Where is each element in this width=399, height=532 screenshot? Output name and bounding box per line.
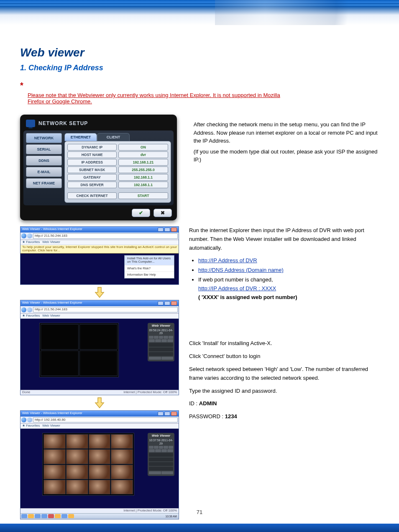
layout-button[interactable] (164, 446, 168, 449)
video-cell[interactable] (66, 434, 88, 449)
control-button[interactable] (155, 339, 161, 342)
button-start-check[interactable]: START (118, 192, 168, 199)
back-icon[interactable] (21, 417, 26, 422)
control-button[interactable] (149, 339, 155, 342)
section-title: Web viewer (20, 46, 379, 59)
favorites-tab[interactable]: Web Viewer (42, 424, 60, 428)
address-bar[interactable]: http:// 211.50.244.183 (33, 233, 178, 239)
slider[interactable] (149, 348, 173, 351)
connect-button[interactable] (149, 471, 161, 474)
video-cell[interactable] (66, 449, 88, 464)
close-icon[interactable] (171, 412, 177, 416)
back-icon[interactable] (21, 233, 26, 238)
layout-button[interactable] (169, 446, 173, 449)
tab-netframe[interactable]: NET FRAME (26, 178, 62, 188)
ctx-install[interactable]: Install This Add-on for All Users on Thi… (125, 256, 174, 266)
value-ip-address[interactable]: 192.168.1.21 (118, 159, 168, 166)
subtab-ethernet[interactable]: ETHERNET (64, 133, 97, 141)
instructions-column: Run the internet Explorer then input the… (189, 226, 379, 425)
value-subnet-mask[interactable]: 255.255.255.0 (118, 166, 168, 173)
video-cell[interactable] (43, 434, 66, 449)
tab-serial[interactable]: SERIAL (26, 144, 62, 154)
slider[interactable] (149, 458, 173, 461)
maximize-icon[interactable] (164, 301, 170, 305)
login-field[interactable] (149, 467, 173, 471)
ok-button[interactable]: ✔ (132, 209, 150, 217)
ctx-help[interactable]: Information Bar Help (125, 272, 174, 278)
favorites-label[interactable]: ★ Favorites (22, 314, 40, 318)
video-cell[interactable] (111, 465, 133, 479)
video-cell[interactable] (111, 480, 133, 494)
subtab-client[interactable]: CLIENT (97, 133, 130, 141)
fig1-caption-text: After checking the network menu in the s… (194, 120, 379, 145)
close-icon[interactable] (171, 228, 177, 232)
video-cell[interactable] (111, 449, 133, 464)
favorites-tab[interactable]: Web Viewer (42, 240, 60, 244)
video-cell[interactable] (43, 449, 66, 464)
video-cell[interactable] (89, 434, 111, 449)
video-cell[interactable] (43, 465, 66, 479)
layout-button[interactable] (164, 336, 168, 339)
video-cell[interactable] (89, 480, 111, 494)
minimize-icon[interactable] (158, 412, 164, 416)
slider[interactable] (149, 343, 173, 347)
video-cell[interactable] (79, 350, 118, 376)
maximize-icon[interactable] (164, 228, 170, 232)
information-bar[interactable]: To help protect your security, Internet … (20, 245, 179, 254)
minimize-icon[interactable] (158, 301, 164, 305)
back-icon[interactable] (21, 307, 26, 312)
video-cell[interactable] (79, 324, 118, 350)
favorites-label[interactable]: ★ Favorites (22, 240, 40, 244)
wv-time: 09:58:24 2011-04-29 (149, 329, 173, 335)
video-cell[interactable] (66, 465, 88, 479)
layout-button[interactable] (149, 446, 153, 449)
ctx-risk[interactable]: What's the Risk? (125, 266, 174, 272)
value-dns-server[interactable]: 192.168.1.1 (118, 182, 168, 188)
layout-button[interactable] (169, 336, 173, 339)
control-button[interactable] (155, 449, 161, 452)
forward-icon[interactable] (27, 233, 32, 238)
address-bar[interactable]: http:// 192.168.40.80 (33, 417, 178, 423)
ethernet-form: DYNAMIC IPON HOST NAMEdvr IP ADDRESS192.… (64, 141, 171, 203)
tab-network[interactable]: NETWORK (26, 133, 62, 143)
disconnect-button[interactable] (161, 471, 174, 474)
maximize-icon[interactable] (164, 412, 170, 416)
cancel-button[interactable]: ✖ (153, 209, 172, 217)
control-button[interactable] (161, 449, 167, 452)
control-button[interactable] (161, 339, 167, 342)
slider[interactable] (149, 462, 173, 466)
value-gateway[interactable]: 192.168.1.1 (118, 174, 168, 181)
forward-icon[interactable] (27, 307, 32, 312)
web-viewer-panel: Web Viewer 10:37:58 2011-04-29 (148, 433, 174, 476)
video-cell[interactable] (89, 465, 111, 479)
layout-button[interactable] (159, 446, 164, 449)
control-button[interactable] (167, 449, 173, 452)
value-host-name[interactable]: dvr (118, 151, 168, 158)
control-button[interactable] (149, 449, 155, 452)
favorites-tab[interactable]: Web Viewer (42, 314, 60, 318)
value-dynamic-ip[interactable]: ON (118, 144, 168, 151)
video-cell[interactable] (41, 350, 79, 376)
close-icon[interactable] (171, 301, 177, 305)
video-cell[interactable] (43, 480, 66, 494)
address-bar[interactable]: http:// 211.50.244.183 (33, 307, 178, 312)
video-cell[interactable] (66, 480, 88, 494)
favorites-label[interactable]: ★ Favorites (22, 424, 40, 428)
control-button[interactable] (167, 339, 173, 342)
login-field[interactable] (149, 352, 173, 356)
video-cell[interactable] (111, 434, 133, 449)
layout-button[interactable] (159, 336, 164, 339)
layout-button[interactable] (149, 336, 153, 339)
minimize-icon[interactable] (158, 228, 164, 232)
page-content: Web viewer 1. Checking IP Address * Plea… (0, 25, 399, 519)
video-cell[interactable] (41, 324, 79, 350)
layout-button[interactable] (154, 446, 159, 449)
disconnect-button[interactable] (161, 357, 174, 360)
slider[interactable] (149, 453, 173, 457)
tab-ddns[interactable]: DDNS (26, 156, 62, 166)
tab-email[interactable]: E-MAIL (26, 167, 62, 177)
video-cell[interactable] (89, 449, 111, 464)
layout-button[interactable] (154, 336, 159, 339)
forward-icon[interactable] (27, 417, 32, 422)
connect-button[interactable] (149, 357, 161, 360)
